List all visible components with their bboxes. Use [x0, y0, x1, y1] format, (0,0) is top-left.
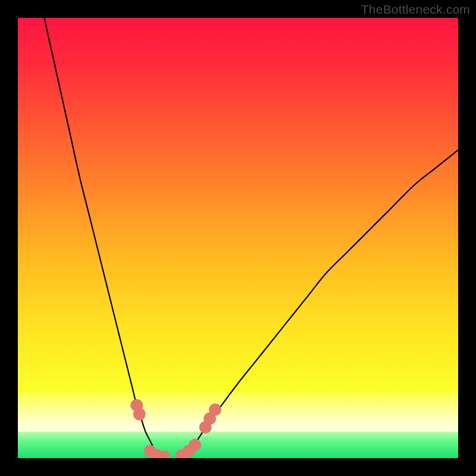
chart-plot-area [18, 18, 458, 458]
yellow-band [18, 392, 458, 432]
chart-svg [18, 18, 458, 458]
green-band [18, 432, 458, 458]
bottom-dot-6 [189, 439, 201, 451]
right-dot-3 [209, 403, 221, 416]
watermark-text: TheBottleneck.com [361, 2, 470, 17]
left-dot-2 [133, 408, 146, 421]
outer-frame: TheBottleneck.com [0, 0, 476, 476]
